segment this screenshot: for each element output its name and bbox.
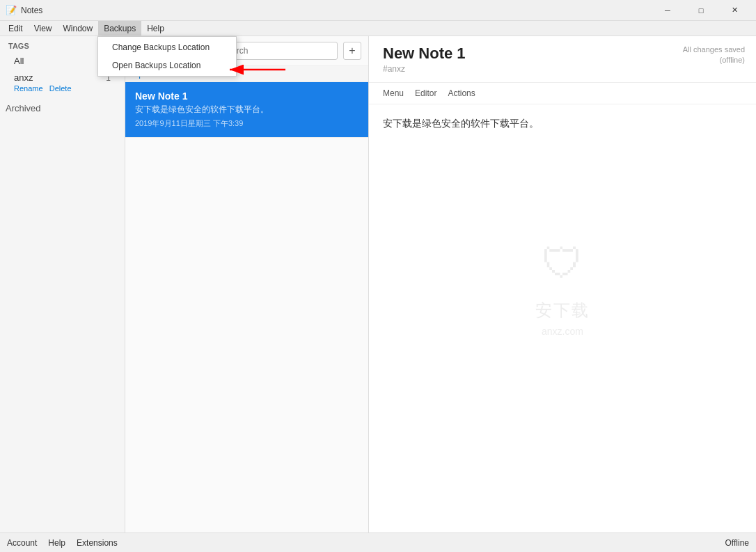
tag-rename-link[interactable]: Rename	[14, 84, 43, 93]
bottom-account[interactable]: Account	[7, 538, 37, 548]
note-preview-0: 安下载是绿色安全的软件下载平台。	[135, 104, 359, 116]
title-bar-controls: ─ □ ✕	[652, 0, 750, 21]
watermark-text: 安下载	[535, 297, 590, 323]
status-line2: (offline)	[720, 56, 745, 64]
minimize-button[interactable]: ─	[652, 0, 684, 21]
note-editor-toolbar: Menu Editor Actions	[369, 83, 756, 104]
bottom-status: Offline	[725, 538, 749, 548]
menu-view[interactable]: View	[29, 21, 58, 36]
note-date-0: 2019年9月11日星期三 下午3:39	[135, 118, 359, 129]
notes-list: + Options Date Added New Note 1 安下载是绿色安全…	[125, 36, 369, 533]
note-body-text: 安下载是绿色安全的软件下载平台。	[383, 118, 539, 129]
menu-help[interactable]: Help	[141, 21, 170, 36]
all-label: All	[14, 56, 24, 66]
note-editor-status: All changes saved (offline)	[683, 45, 745, 66]
note-editor: New Note 1 #anxz All changes saved (offl…	[369, 36, 756, 533]
tag-anxz-name: anxz	[14, 72, 33, 83]
tag-anxz-actions[interactable]: Rename Delete	[14, 84, 111, 93]
note-item-0[interactable]: New Note 1 安下载是绿色安全的软件下载平台。 2019年9月11日星期…	[125, 82, 368, 138]
toolbar-menu[interactable]: Menu	[383, 87, 404, 100]
tag-anxz-header: anxz 1	[14, 72, 111, 83]
watermark-subtext: anxz.com	[535, 324, 590, 339]
menu-backups[interactable]: Backups	[98, 21, 141, 36]
watermark: 🛡 安下载 anxz.com	[535, 230, 590, 339]
toolbar-actions[interactable]: Actions	[448, 87, 475, 100]
menu-edit[interactable]: Edit	[3, 21, 29, 36]
status-line1: All changes saved	[683, 45, 745, 54]
title-bar: 📝 Notes ─ □ ✕	[0, 0, 756, 21]
note-title-0: New Note 1	[135, 90, 359, 102]
sidebar: Tags All 1 anxz 1 Rename Delete Archived	[0, 36, 125, 533]
menu-bar: Edit View Window Backups Help Change Bac…	[0, 21, 756, 36]
app-title: Notes	[21, 6, 42, 15]
watermark-icon: 🛡	[535, 230, 590, 297]
toolbar-editor[interactable]: Editor	[415, 87, 436, 100]
add-note-button[interactable]: +	[343, 42, 361, 60]
app-icon: 📝	[6, 5, 17, 16]
archived-label: Archived	[6, 103, 41, 113]
note-editor-body[interactable]: 安下载是绿色安全的软件下载平台。 🛡 安下载 anxz.com	[369, 104, 756, 533]
sidebar-item-archived[interactable]: Archived	[0, 99, 125, 118]
menu-window[interactable]: Window	[57, 21, 98, 36]
backups-dropdown: Change Backups Location Open Backups Loc…	[97, 36, 237, 77]
bottom-bar: Account Help Extensions Offline	[0, 533, 756, 552]
title-bar-left: 📝 Notes	[6, 5, 42, 16]
close-button[interactable]: ✕	[718, 0, 750, 21]
open-backups-location[interactable]: Open Backups Location	[98, 56, 236, 74]
main-content: Tags All 1 anxz 1 Rename Delete Archived	[0, 36, 756, 533]
tag-delete-link[interactable]: Delete	[49, 84, 72, 93]
bottom-help[interactable]: Help	[48, 538, 65, 548]
change-backups-location[interactable]: Change Backups Location	[98, 38, 236, 56]
bottom-extensions[interactable]: Extensions	[77, 538, 118, 548]
note-editor-header: New Note 1 #anxz All changes saved (offl…	[369, 36, 756, 83]
maximize-button[interactable]: □	[685, 0, 717, 21]
